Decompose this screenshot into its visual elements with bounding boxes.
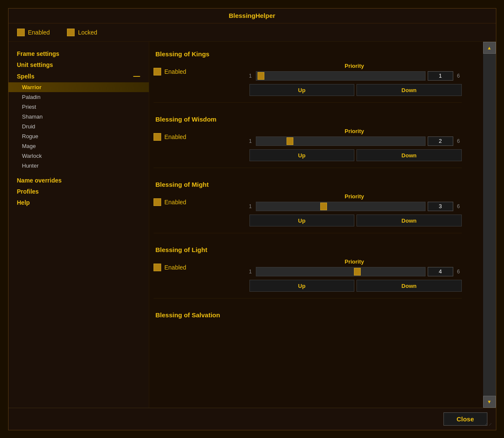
sidebar-item-warlock[interactable]: Warlock	[9, 151, 149, 161]
blessing-might-thumb[interactable]	[320, 203, 327, 210]
blessing-kings-down[interactable]: Down	[356, 84, 462, 96]
sidebar-item-frame-settings[interactable]: Frame settings	[9, 48, 149, 59]
blessing-kings-row: Enabled Priority 1 6	[154, 63, 462, 81]
sidebar-item-rogue[interactable]: Rogue	[9, 131, 149, 141]
blessing-wisdom-title: Blessing of Wisdom	[154, 111, 462, 128]
sidebar-item-mage[interactable]: Mage	[9, 141, 149, 151]
blessing-light-enabled-label: Enabled	[165, 264, 186, 271]
bottom-bar: Close ⟋⟋	[9, 408, 496, 430]
blessing-might-priority: Priority 1 6	[247, 193, 462, 211]
sidebar-item-help[interactable]: Help	[9, 197, 149, 208]
blessing-wisdom-enabled: Enabled	[154, 133, 247, 141]
main-content: Frame settings Unit settings Spells — Wa…	[9, 42, 496, 408]
app-title: BlessingHelper	[229, 12, 275, 19]
blessing-wisdom-checkbox[interactable]	[154, 133, 161, 141]
scroll-down-button[interactable]: ▼	[483, 396, 496, 408]
blessing-might-down[interactable]: Down	[356, 215, 462, 226]
blessing-might-min: 1	[247, 203, 254, 209]
locked-checkbox[interactable]	[67, 29, 75, 36]
blessing-wisdom-min: 1	[247, 138, 254, 144]
blessing-wisdom-up[interactable]: Up	[249, 149, 355, 161]
blessing-light-thumb[interactable]	[354, 268, 361, 276]
top-controls: Enabled Locked	[9, 23, 496, 42]
blessing-might-enabled: Enabled	[154, 198, 247, 206]
spells-list: Warrior Paladin Priest Shaman Druid Rogu…	[9, 82, 149, 171]
blessing-kings-up[interactable]: Up	[249, 84, 355, 96]
spells-collapse-icon[interactable]: —	[133, 73, 140, 80]
blessing-wisdom: Blessing of Wisdom Enabled Priority 1	[154, 111, 462, 168]
blessing-light-priority: Priority 1 6	[247, 258, 462, 276]
blessing-wisdom-priority-label: Priority	[247, 128, 462, 134]
blessing-light-title: Blessing of Light	[154, 242, 462, 258]
blessing-kings-input[interactable]	[428, 71, 453, 81]
sidebar-item-hunter[interactable]: Hunter	[9, 161, 149, 171]
blessing-kings-thumb[interactable]	[258, 72, 264, 80]
blessing-kings-priority-label: Priority	[247, 63, 462, 69]
blessing-might: Blessing of Might Enabled Priority 1	[154, 177, 462, 233]
blessing-might-up[interactable]: Up	[249, 215, 355, 226]
blessing-kings-min: 1	[247, 73, 254, 79]
blessing-wisdom-enabled-label: Enabled	[165, 133, 186, 140]
enabled-label: Enabled	[28, 29, 50, 36]
blessing-light-checkbox[interactable]	[154, 264, 161, 271]
blessing-kings: Blessing of Kings Enabled Priority 1	[154, 46, 462, 103]
blessing-wisdom-max: 6	[455, 138, 462, 144]
enabled-control[interactable]: Enabled	[17, 29, 50, 36]
blessing-kings-priority: Priority 1 6	[247, 63, 462, 81]
enabled-checkbox[interactable]	[17, 29, 25, 36]
blessing-light-priority-label: Priority	[247, 258, 462, 265]
blessing-wisdom-thumb[interactable]	[287, 137, 293, 145]
blessing-kings-enabled: Enabled	[154, 68, 247, 75]
blessing-light-ud: Up Down	[154, 280, 462, 292]
locked-control[interactable]: Locked	[67, 29, 97, 36]
blessing-salvation: Blessing of Salvation	[154, 307, 462, 322]
sidebar-item-name-overrides[interactable]: Name overrides	[9, 175, 149, 186]
scroll-track: ▲ ▼	[483, 42, 496, 408]
blessing-light-slider[interactable]	[256, 267, 426, 276]
blessing-wisdom-input[interactable]	[428, 136, 453, 146]
title-bar: BlessingHelper	[9, 9, 496, 23]
blessing-light-down[interactable]: Down	[356, 280, 462, 292]
blessing-kings-checkbox[interactable]	[154, 68, 161, 75]
blessing-might-priority-label: Priority	[247, 193, 462, 200]
blessing-might-slider[interactable]	[256, 202, 426, 211]
blessings-content: Blessing of Kings Enabled Priority 1	[149, 42, 483, 335]
sidebar-item-druid[interactable]: Druid	[9, 122, 149, 131]
right-panel: Blessing of Kings Enabled Priority 1	[149, 42, 483, 408]
blessing-kings-title: Blessing of Kings	[154, 46, 462, 63]
blessing-might-priority-row: 1 6	[247, 202, 462, 211]
blessing-kings-priority-row: 1 6	[247, 71, 462, 81]
sidebar-item-warrior[interactable]: Warrior	[9, 82, 149, 92]
blessing-kings-slider[interactable]	[256, 71, 426, 81]
blessing-wisdom-down[interactable]: Down	[356, 149, 462, 161]
blessing-wisdom-slider[interactable]	[256, 136, 426, 146]
sidebar-item-profiles[interactable]: Profiles	[9, 186, 149, 197]
blessing-kings-ud: Up Down	[154, 84, 462, 96]
sidebar-item-spells[interactable]: Spells —	[9, 70, 149, 82]
sidebar-item-unit-settings[interactable]: Unit settings	[9, 59, 149, 70]
blessing-kings-max: 6	[455, 73, 462, 79]
blessing-salvation-title: Blessing of Salvation	[154, 307, 462, 322]
close-button[interactable]: Close	[443, 412, 487, 426]
blessing-light: Blessing of Light Enabled Priority 1	[154, 242, 462, 299]
blessing-light-row: Enabled Priority 1 6	[154, 258, 462, 276]
scroll-up-button[interactable]: ▲	[483, 42, 496, 54]
resize-handle[interactable]: ⟋⟋	[484, 422, 492, 426]
blessing-light-max: 6	[455, 269, 462, 275]
blessing-wisdom-priority-row: 1 6	[247, 136, 462, 146]
blessing-might-input[interactable]	[428, 202, 453, 211]
sidebar-item-paladin[interactable]: Paladin	[9, 92, 149, 102]
sidebar: Frame settings Unit settings Spells — Wa…	[9, 42, 149, 408]
blessing-might-checkbox[interactable]	[154, 198, 161, 206]
sidebar-item-shaman[interactable]: Shaman	[9, 112, 149, 122]
blessing-light-up[interactable]: Up	[249, 280, 355, 292]
blessing-might-max: 6	[455, 203, 462, 209]
blessing-light-min: 1	[247, 269, 254, 275]
blessing-light-priority-row: 1 6	[247, 267, 462, 276]
sidebar-item-priest[interactable]: Priest	[9, 102, 149, 112]
blessing-might-enabled-label: Enabled	[165, 199, 186, 206]
blessing-kings-enabled-label: Enabled	[165, 68, 186, 75]
blessing-light-input[interactable]	[428, 267, 453, 276]
blessing-wisdom-ud: Up Down	[154, 149, 462, 161]
spells-label: Spells	[17, 73, 35, 80]
